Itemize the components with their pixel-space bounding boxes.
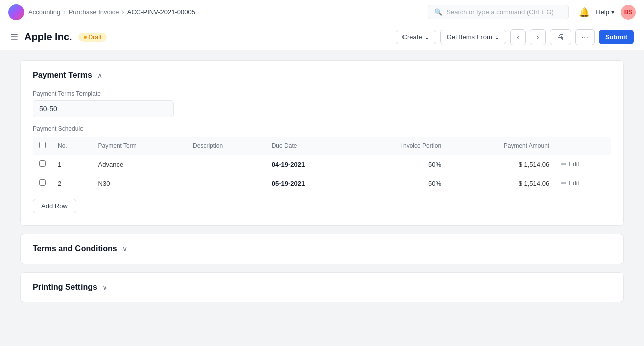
- row2-description: [187, 174, 266, 193]
- row1-no: 1: [52, 155, 92, 174]
- create-label: Create: [403, 33, 422, 41]
- col-payment-term: Payment Term: [92, 137, 187, 155]
- search-icon: 🔍: [434, 8, 442, 16]
- row2-amount: $ 1,514.06: [447, 174, 555, 193]
- get-items-button[interactable]: Get Items From ⌄: [440, 30, 506, 44]
- printing-settings-title: Printing Settings: [33, 283, 97, 292]
- breadcrumb-sep-2: ›: [122, 8, 124, 16]
- breadcrumb-root[interactable]: Accounting: [28, 8, 60, 16]
- row1-checkbox[interactable]: [39, 160, 46, 167]
- row1-amount: $ 1,514.06: [447, 155, 555, 174]
- document-title: Apple Inc.: [24, 31, 72, 43]
- terms-conditions-section: Terms and Conditions ∨: [20, 234, 624, 264]
- create-chevron-icon: ⌄: [424, 33, 430, 41]
- avatar[interactable]: BS: [621, 5, 636, 20]
- subheader: ☰ Apple Inc. Draft Create ⌄ Get Items Fr…: [0, 24, 644, 50]
- pencil-icon: ✏: [561, 161, 567, 168]
- search-placeholder-text: Search or type a command (Ctrl + G): [446, 8, 554, 16]
- row2-portion: 50%: [350, 174, 447, 193]
- col-payment-amount: Payment Amount: [447, 137, 555, 155]
- terms-conditions-chevron-icon: ∨: [122, 245, 127, 253]
- printing-settings-header[interactable]: Printing Settings ∨: [21, 273, 623, 302]
- breadcrumb: Accounting › Purchase Invoice › ACC-PINV…: [28, 8, 195, 16]
- payment-terms-section: Payment Terms ∧ Payment Terms Template 5…: [20, 60, 624, 226]
- app-logo[interactable]: [8, 4, 24, 20]
- row2-checkbox[interactable]: [39, 179, 46, 186]
- pencil-icon-2: ✏: [561, 180, 567, 187]
- breadcrumb-sep-1: ›: [63, 8, 65, 16]
- template-label: Payment Terms Template: [33, 90, 611, 97]
- add-row-button[interactable]: Add Row: [33, 199, 76, 213]
- more-options-button[interactable]: ···: [575, 29, 595, 45]
- row1-edit-button[interactable]: ✏ Edit: [561, 161, 605, 168]
- payment-terms-body: Payment Terms Template 50-50 Payment Sch…: [21, 90, 623, 225]
- help-button[interactable]: Help ▾: [596, 8, 615, 16]
- row2-term: N30: [92, 174, 187, 193]
- submit-label: Submit: [605, 33, 627, 41]
- row2-edit-cell: ✏ Edit: [555, 174, 611, 193]
- row1-edit-cell: ✏ Edit: [555, 155, 611, 174]
- col-checkbox: [33, 137, 52, 155]
- template-input[interactable]: 50-50: [33, 100, 174, 117]
- create-button[interactable]: Create ⌄: [396, 30, 436, 44]
- row1-description: [187, 155, 266, 174]
- row2-due-date: 05-19-2021: [266, 174, 351, 193]
- row2-no: 2: [52, 174, 92, 193]
- row1-portion: 50%: [350, 155, 447, 174]
- breadcrumb-current: ACC-PINV-2021-00005: [127, 8, 195, 16]
- submit-button[interactable]: Submit: [599, 30, 634, 44]
- subheader-actions: Create ⌄ Get Items From ⌄ ‹ › 🖨 ··· Subm…: [396, 29, 634, 45]
- row1-term: Advance: [92, 155, 187, 174]
- help-chevron-icon: ▾: [611, 8, 615, 16]
- hamburger-icon[interactable]: ☰: [10, 32, 18, 43]
- get-items-label: Get Items From: [447, 33, 492, 41]
- help-label: Help: [596, 8, 609, 16]
- row2-edit-label: Edit: [569, 180, 579, 187]
- main-content: Payment Terms ∧ Payment Terms Template 5…: [0, 50, 644, 320]
- next-button[interactable]: ›: [530, 29, 545, 45]
- row2-edit-button[interactable]: ✏ Edit: [561, 180, 605, 187]
- prev-button[interactable]: ‹: [510, 29, 526, 45]
- printing-settings-chevron-icon: ∨: [102, 283, 107, 291]
- status-label: Draft: [89, 34, 102, 41]
- row2-checkbox-cell: [33, 174, 52, 193]
- col-invoice-portion: Invoice Portion: [350, 137, 447, 155]
- select-all-checkbox[interactable]: [39, 142, 46, 148]
- col-description: Description: [187, 137, 266, 155]
- payment-terms-chevron-icon: ∧: [97, 71, 102, 79]
- row1-due-date: 04-19-2021: [266, 155, 351, 174]
- col-actions: [555, 137, 611, 155]
- topnav-actions: 🔔 Help ▾ BS: [579, 5, 636, 20]
- printing-settings-section: Printing Settings ∨: [20, 272, 624, 302]
- top-navigation: Accounting › Purchase Invoice › ACC-PINV…: [0, 0, 644, 24]
- get-items-chevron-icon: ⌄: [494, 33, 500, 41]
- status-badge: Draft: [78, 33, 107, 42]
- table-row: 2 N30 05-19-2021 50% $ 1,514.06 ✏ Edit: [33, 174, 611, 193]
- payment-terms-header[interactable]: Payment Terms ∧: [21, 61, 623, 90]
- template-field: Payment Terms Template 50-50: [33, 90, 611, 117]
- breadcrumb-parent[interactable]: Purchase Invoice: [69, 8, 119, 16]
- schedule-label: Payment Schedule: [33, 125, 611, 132]
- print-button[interactable]: 🖨: [550, 29, 571, 45]
- col-due-date: Due Date: [266, 137, 351, 155]
- terms-conditions-header[interactable]: Terms and Conditions ∨: [21, 234, 623, 264]
- search-bar[interactable]: 🔍 Search or type a command (Ctrl + G): [428, 5, 569, 19]
- table-row: 1 Advance 04-19-2021 50% $ 1,514.06 ✏ Ed…: [33, 155, 611, 174]
- payment-schedule-table: No. Payment Term Description Due Date In…: [33, 136, 611, 193]
- notifications-icon[interactable]: 🔔: [579, 7, 590, 18]
- row1-checkbox-cell: [33, 155, 52, 174]
- terms-conditions-title: Terms and Conditions: [33, 244, 117, 253]
- payment-terms-title: Payment Terms: [33, 71, 92, 80]
- row1-edit-label: Edit: [569, 161, 579, 168]
- draft-dot: [84, 36, 87, 39]
- col-no: No.: [52, 137, 92, 155]
